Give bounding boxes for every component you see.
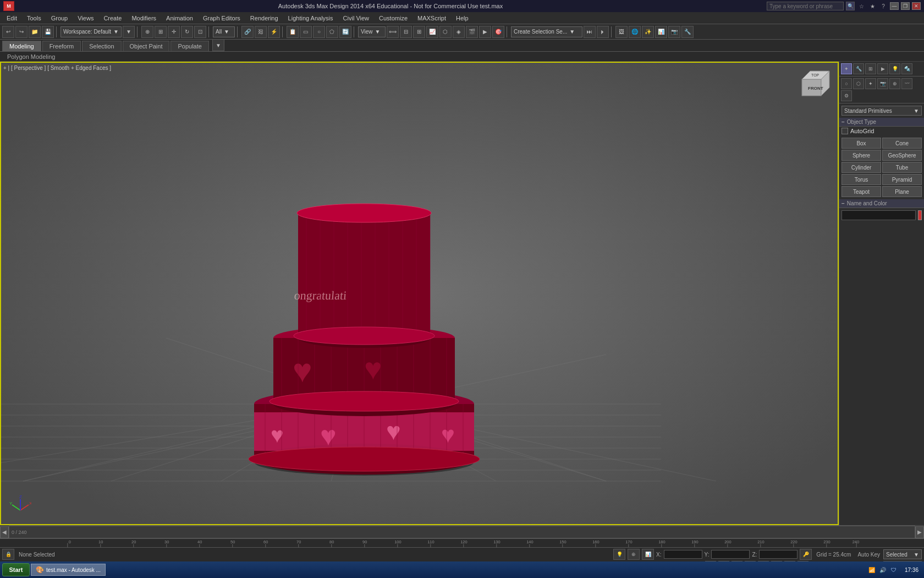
cameras-icon[interactable]: 📷 <box>877 78 888 89</box>
menu-item-edit[interactable]: Edit <box>2 14 21 23</box>
teapot-button[interactable]: Teapot <box>842 186 881 197</box>
select-region-button[interactable]: ⊞ <box>155 26 167 38</box>
environment-button[interactable]: 🌐 <box>629 26 641 38</box>
timeline-right-arrow[interactable]: ▶ <box>915 526 924 538</box>
modify-panel-icon[interactable]: 🔧 <box>853 63 864 74</box>
geometry-icon[interactable]: ○ <box>841 78 852 89</box>
vp-light-button[interactable]: 💡 <box>613 549 625 560</box>
key-lock-button[interactable]: 🔑 <box>800 549 812 560</box>
taskbar-item-max[interactable]: 🎨 test.max - Autodesk ... <box>31 564 106 576</box>
save-button[interactable]: 💾 <box>42 26 54 38</box>
tab-object-paint[interactable]: Object Paint <box>123 41 170 51</box>
display-panel-icon[interactable]: 💡 <box>889 63 900 74</box>
select-tool-button[interactable]: ⊕ <box>141 26 153 38</box>
curve-editor-button[interactable]: 📈 <box>426 26 438 38</box>
menu-item-group[interactable]: Group <box>47 14 73 23</box>
workspace-dropdown[interactable]: Workspace: Default ▼ <box>61 26 122 37</box>
filter-dropdown[interactable]: All▼ <box>213 26 235 37</box>
menu-item-help[interactable]: Help <box>452 14 473 23</box>
spacewarps-icon[interactable]: 〰 <box>901 78 912 89</box>
viewport[interactable]: + | [ Perspective ] [ Smooth + Edged Fac… <box>0 62 839 525</box>
lights-icon[interactable]: ✦ <box>865 78 876 89</box>
menu-item-modifiers[interactable]: Modifiers <box>127 14 161 23</box>
restore-button[interactable]: ❐ <box>901 2 910 10</box>
search-icon[interactable]: 🔍 <box>846 2 855 10</box>
help-icon[interactable]: ? <box>879 2 888 10</box>
search-input[interactable] <box>767 2 844 10</box>
create-selection-dropdown[interactable]: Create Selection Se...▼ <box>511 26 582 37</box>
geosphere-button[interactable]: GeoSphere <box>882 150 922 161</box>
camera-button[interactable]: 📷 <box>668 26 680 38</box>
link-button[interactable]: 🔗 <box>241 26 254 38</box>
y-coord-input[interactable] <box>711 550 750 559</box>
x-coord-input[interactable] <box>664 550 702 559</box>
torus-button[interactable]: Torus <box>842 174 881 185</box>
selected-dropdown[interactable]: Selected ▼ <box>883 549 922 559</box>
circle-select-button[interactable]: ○ <box>313 26 325 38</box>
utilities-panel-icon[interactable]: 🔩 <box>901 63 912 74</box>
mirror-button[interactable]: ⟺ <box>387 26 399 38</box>
tube-button[interactable]: Tube <box>882 162 922 173</box>
lasso-select-button[interactable]: 🔄 <box>339 26 351 38</box>
timeline-left-arrow[interactable]: ◀ <box>0 526 9 538</box>
primitive-type-dropdown[interactable]: Standard Primitives ▼ <box>842 106 922 116</box>
cone-button[interactable]: Cone <box>882 138 922 149</box>
align-button[interactable]: ⊟ <box>400 26 412 38</box>
menu-item-customize[interactable]: Customize <box>375 14 412 23</box>
plane-button[interactable]: Plane <box>882 186 922 197</box>
menu-item-maxscript[interactable]: MAXScript <box>413 14 450 23</box>
minimize-button[interactable]: — <box>890 2 899 10</box>
timeline-slider[interactable]: 0 / 240 <box>9 526 915 538</box>
cylinder-button[interactable]: Cylinder <box>842 162 881 173</box>
create-panel-icon[interactable]: ✦ <box>841 63 852 74</box>
move-button[interactable]: ✛ <box>168 26 180 38</box>
menu-item-civil-view[interactable]: Civil View <box>339 14 373 23</box>
tab-selection[interactable]: Selection <box>82 41 121 51</box>
fence-select-button[interactable]: ⬠ <box>326 26 338 38</box>
volume-tray-icon[interactable]: 🔊 <box>878 565 887 574</box>
tab-modeling[interactable]: Modeling <box>2 41 41 51</box>
close-button[interactable]: ✕ <box>912 2 921 10</box>
view-dropdown[interactable]: View▼ <box>358 26 386 37</box>
bind-button[interactable]: ⚡ <box>268 26 280 38</box>
color-swatch[interactable] <box>918 210 922 220</box>
unlink-button[interactable]: ⛓ <box>255 26 267 38</box>
tools-extra-button[interactable]: 🔧 <box>681 26 694 38</box>
z-coord-input[interactable] <box>759 550 798 559</box>
set-key-button[interactable]: ⏭ <box>584 26 596 38</box>
motion-panel-icon[interactable]: ▶ <box>877 63 888 74</box>
render-setup-button[interactable]: 🎬 <box>466 26 478 38</box>
navigation-cube[interactable]: FRONT TOP <box>799 68 832 101</box>
start-button[interactable]: Start <box>2 563 30 576</box>
helpers-icon[interactable]: ⊕ <box>889 78 900 89</box>
tab-populate[interactable]: Populate <box>170 41 208 51</box>
vp-stats-button[interactable]: 📊 <box>642 549 654 560</box>
security-tray-icon[interactable]: 🛡 <box>889 565 898 574</box>
rotate-button[interactable]: ↻ <box>181 26 193 38</box>
sphere-button[interactable]: Sphere <box>842 150 881 161</box>
render-stats-button[interactable]: 📊 <box>655 26 667 38</box>
render-frame-button[interactable]: ▶ <box>479 26 491 38</box>
menu-item-rendering[interactable]: Rendering <box>246 14 283 23</box>
hierarchy-panel-icon[interactable]: ⊞ <box>865 63 876 74</box>
layer-button[interactable]: ⊞ <box>413 26 425 38</box>
bookmark-icon[interactable]: ☆ <box>857 2 866 10</box>
object-name-input[interactable] <box>842 210 916 220</box>
menu-item-views[interactable]: Views <box>73 14 98 23</box>
menu-item-lighting[interactable]: Lighting Analysis <box>284 14 338 23</box>
tab-more-button[interactable]: ▼ <box>212 39 224 51</box>
rect-select-button[interactable]: ▭ <box>300 26 312 38</box>
undo-button[interactable]: ↩ <box>2 26 14 38</box>
render-active-button[interactable]: 🎯 <box>492 26 504 38</box>
open-button[interactable]: 📁 <box>29 26 41 38</box>
schematic-button[interactable]: ⬡ <box>439 26 452 38</box>
select-by-name-button[interactable]: 📋 <box>287 26 299 38</box>
vp-shadow-button[interactable]: ⊕ <box>628 549 640 560</box>
name-color-header[interactable]: − Name and Color <box>839 199 924 208</box>
pyramid-button[interactable]: Pyramid <box>882 174 922 185</box>
system-clock[interactable]: 17:36 <box>901 567 922 573</box>
object-type-header[interactable]: − Object Type <box>839 118 924 127</box>
box-button[interactable]: Box <box>842 138 881 149</box>
render-all-button[interactable]: 🖼 <box>615 26 628 38</box>
star-icon[interactable]: ★ <box>868 2 877 10</box>
